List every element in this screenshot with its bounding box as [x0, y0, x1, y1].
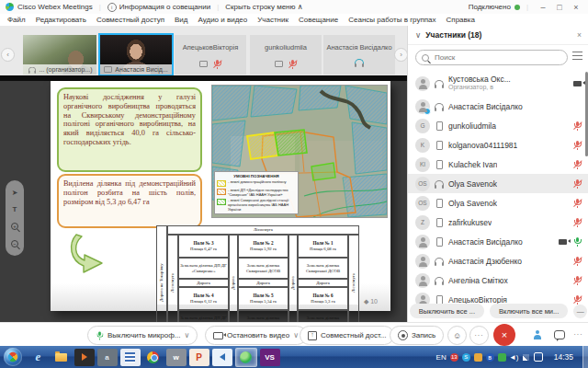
pointer-tool-icon[interactable]: ➤	[9, 187, 20, 198]
chat-toggle-button[interactable]	[550, 326, 568, 343]
muted-mic-icon	[573, 140, 582, 150]
taskbar-clock[interactable]: 14:35	[554, 352, 573, 362]
chevron-down-icon[interactable]: ∨	[184, 331, 189, 339]
menu-participant[interactable]: Участник	[257, 16, 288, 24]
video-thumb-gunko[interactable]: gunkoliudmila	[250, 35, 322, 75]
participant-row[interactable]: Анастасія Висідалко	[408, 232, 588, 251]
start-button[interactable]	[4, 348, 22, 366]
info-icon[interactable]: i	[107, 3, 117, 12]
menu-help[interactable]: Справка	[447, 16, 475, 24]
menu-meeting[interactable]: Совещание	[299, 16, 338, 24]
field-3-owner: Земельна ділянка ДП ДГ «Сквирське»	[178, 258, 229, 279]
taskbar-explorer-icon[interactable]	[51, 349, 72, 366]
mute-button[interactable]: Выключить микроф... ∨	[87, 326, 198, 345]
thumb-name: Анастасія Висідалко	[323, 43, 395, 52]
menu-audio-video[interactable]: Аудио и видео	[198, 16, 247, 24]
filmstrip-prev-button[interactable]: ‹	[1, 48, 15, 62]
participant-row[interactable]: Анастасія Дзюбенко	[408, 251, 588, 270]
monitor-icon	[104, 66, 112, 73]
more-panels-button[interactable]: ···	[570, 326, 587, 343]
separator: |	[99, 3, 101, 11]
show-desktop-button[interactable]	[582, 346, 588, 368]
taskbar-chrome-icon[interactable]	[143, 349, 164, 366]
tray-viber-icon[interactable]: 13	[450, 353, 458, 362]
tray-bluetooth-icon[interactable]: ʙ	[486, 353, 494, 362]
participant-row[interactable]: OS Olya Savenok	[408, 174, 588, 193]
participants-toggle-button[interactable]	[528, 326, 546, 343]
annotate-tool-icon[interactable]: T	[9, 204, 20, 215]
tray-network-icon[interactable]	[522, 353, 530, 362]
participant-search[interactable]	[415, 50, 568, 65]
avatar-initials: K	[415, 138, 430, 153]
taskbar-vs-icon[interactable]: VS	[260, 349, 280, 366]
taskbar-powerpoint-icon[interactable]: P	[189, 349, 209, 366]
close-button[interactable]: ×	[568, 1, 584, 13]
video-thumb-active-speaker[interactable]: Анастасія Висід...	[98, 33, 174, 76]
taskbar-ie-icon[interactable]: e	[28, 349, 49, 366]
video-thumb-vysidalko[interactable]: Анастасія Висідалко	[323, 35, 395, 75]
video-thumb-apetskov[interactable]: АпецьковВікторія	[175, 35, 246, 75]
thumb-label: Анастасія Висід...	[115, 66, 167, 73]
thumb-name: АпецьковВікторія	[175, 43, 246, 52]
tray-skype-icon[interactable]: S	[462, 353, 470, 362]
tray-volume-icon[interactable]: ◄)	[510, 353, 518, 362]
participant-row[interactable]: Анастасія Висідалко	[408, 97, 588, 116]
participant-row[interactable]: Кустовська Окс... Организатор, в	[408, 70, 588, 97]
tray-shield-icon[interactable]	[498, 353, 506, 362]
participant-row[interactable]: Z zafirkukusev	[408, 213, 588, 232]
participant-row[interactable]: OS Olya Savenok	[408, 193, 588, 213]
participant-row[interactable]: G gunkoliudmila	[408, 116, 588, 135]
more-options-button[interactable]: ···	[469, 326, 489, 345]
reactions-button[interactable]: ☺	[447, 326, 467, 345]
zoom-out-icon[interactable]: −	[9, 238, 20, 249]
stop-video-button[interactable]: Остановить видео ∨	[205, 326, 307, 345]
taskbar-app-icon[interactable]: a	[97, 349, 118, 366]
live-mic-icon	[573, 236, 582, 247]
meeting-info-link[interactable]: Информация о совещании	[119, 3, 210, 11]
chevron-down-icon[interactable]: ∨	[293, 331, 299, 339]
video-thumb-organizer[interactable]: ... (организатор...)	[23, 35, 96, 75]
table-top: Лісосмуга	[167, 225, 359, 235]
tray-folder-icon[interactable]	[474, 353, 482, 362]
taskbar-webex-icon[interactable]	[235, 348, 257, 367]
minimize-button[interactable]: –	[535, 1, 551, 13]
share-content-button[interactable]: ↑ Совместный дост...	[300, 326, 394, 345]
video-filmstrip: ‹ ... (организатор...) Анастасія Висід..…	[0, 26, 407, 75]
menu-view[interactable]: Вид	[175, 16, 187, 24]
thumb-name: gunkoliudmila	[250, 43, 322, 52]
tray-action-center-icon[interactable]	[534, 352, 543, 362]
menu-edit[interactable]: Редактировать	[36, 16, 86, 24]
record-button[interactable]: Запись	[390, 326, 444, 345]
more-options-icon[interactable]: —	[573, 305, 587, 318]
mute-all-button[interactable]: Выключить все ...	[410, 304, 484, 318]
taskbar-mediaplayer-icon[interactable]	[74, 349, 95, 366]
taskbar-office-icon[interactable]: w	[166, 349, 187, 366]
muted-mic-icon	[573, 217, 582, 227]
taskbar-media-icon[interactable]	[212, 349, 232, 366]
green-arrow-icon	[69, 233, 124, 275]
menu-breakout[interactable]: Сеансы работы в группах	[348, 16, 435, 24]
zoom-in-icon[interactable]: +	[9, 221, 20, 232]
filmstrip-next-button[interactable]: ›	[394, 48, 408, 62]
language-indicator[interactable]: EN	[436, 353, 447, 362]
participant-row[interactable]: K kolganova04111981	[408, 135, 588, 155]
leave-meeting-button[interactable]: ×	[493, 324, 515, 346]
title-bar: Cisco Webex Meetings | i Информация о со…	[0, 0, 588, 15]
hide-menubar-link[interactable]: Скрыть строку меню ∧	[225, 3, 302, 11]
search-input[interactable]	[433, 52, 537, 63]
menu-share[interactable]: Совместный доступ	[96, 16, 164, 24]
collapse-chevron-icon[interactable]: ∨	[415, 30, 421, 40]
thumb-label: ... (организатор...)	[40, 66, 93, 73]
field-5: Поле № 5Площа 5,54 га	[238, 287, 288, 310]
taskbar-save-app-icon[interactable]	[120, 349, 141, 366]
field-layout-table: Дорога на Токарівку Лісосмуга Лісосмуга …	[156, 225, 359, 305]
participant-row[interactable]: KI Kulachek Ivan	[408, 155, 588, 174]
panel-close-icon[interactable]: ×	[577, 30, 582, 40]
menu-file[interactable]: Файл	[7, 16, 26, 24]
sort-list-icon[interactable]	[572, 52, 582, 61]
participant-row[interactable]: Ангеліна Смітюх	[408, 270, 588, 290]
unmute-all-button[interactable]: Включить все ми...	[490, 304, 568, 318]
avatar	[415, 273, 430, 288]
monitor-icon	[199, 61, 208, 67]
maximize-button[interactable]: □	[551, 1, 568, 13]
